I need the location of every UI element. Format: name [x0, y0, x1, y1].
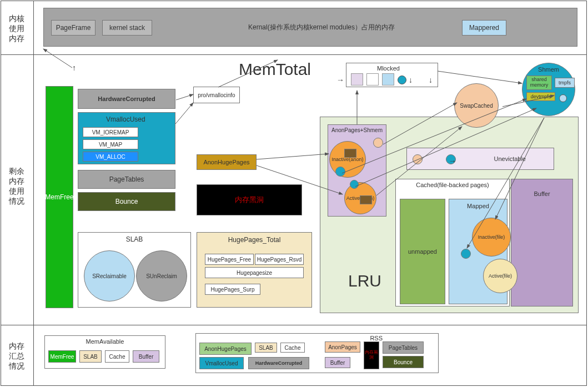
file-dot	[461, 249, 471, 259]
mappered-box: Mappered	[462, 20, 506, 36]
memavail-cache: Cache	[105, 350, 129, 363]
rss-anonpages: AnonPages	[325, 341, 360, 353]
unmapped-box: unmapped	[400, 199, 445, 304]
memavail-slab: SLAB	[79, 350, 102, 363]
anon-dot1	[373, 138, 383, 148]
memavail-title: MemAvailable	[86, 338, 124, 345]
rss-slab: SLAB	[255, 343, 277, 353]
bounce-box: Bounce	[78, 192, 175, 211]
up-arrow-icon: ↑	[72, 63, 76, 72]
hugepages-box: HugePages_Total HugePages_Free HugePages…	[197, 232, 312, 308]
anon-sq2	[360, 195, 372, 204]
vmallocused-box: VmallocUsed VM_IOREMAP VM_MAP VM_ALLOC	[78, 112, 175, 164]
divider-v	[33, 1, 34, 386]
memfree-box: MemFree	[46, 86, 73, 308]
hugepagesize: Hugepagesize	[205, 267, 304, 278]
anon-dot2	[335, 167, 345, 177]
vmallocused-label: VmallocUsed	[106, 115, 145, 123]
rss-buffer: Buffer	[325, 357, 350, 368]
row1-label: 内核 使用 内存	[4, 14, 29, 44]
inactive-file-circle: Inactive(file)	[472, 218, 511, 257]
shmem-dot	[559, 94, 567, 102]
swapcached-circle: SwapCached	[454, 83, 499, 128]
unevict-arrow-icon: →	[449, 157, 456, 165]
mlocked-arrow-icon-2: ↓	[429, 76, 433, 84]
memavail-box: MemAvailable MemFree SLAB Cache Buffer	[44, 335, 165, 369]
mlocked-sq1	[351, 73, 363, 86]
hugepages-rsvd: HugePages_Rsvd	[255, 254, 304, 265]
rss-hwcorrupt: HardwareCorrupted	[248, 357, 309, 369]
rss-title: RSS	[370, 335, 383, 341]
lru-title: LRU	[348, 272, 381, 290]
rss-blackhole: 内存黑洞	[364, 341, 379, 369]
buffer-label: Buffer	[534, 190, 550, 197]
inactive-anon-circle: Inactive(anon)	[329, 141, 366, 178]
row3-label: 内存 汇总 情况	[4, 341, 29, 371]
mlocked-sq3	[382, 73, 394, 86]
shmem-title: Shmem	[538, 66, 559, 73]
pagetables-box: PageTables	[78, 170, 175, 189]
anon-sq1	[344, 149, 356, 158]
unevictable-label: Unevictable	[494, 155, 526, 162]
unevict-dot1	[413, 154, 423, 164]
memtotal-title: MemTotal	[239, 60, 311, 79]
vm-ioremap: VM_IOREMAP	[83, 127, 138, 137]
divider-1	[1, 54, 587, 55]
blackhole-box: 内存黑洞	[197, 184, 302, 215]
mapped-label: Mapped	[467, 203, 489, 209]
cached-label: Cached(file-backed pages)	[416, 182, 489, 188]
mlocked-label: Mlocked	[377, 65, 400, 72]
rss-box: RSS AnonHugePages SLAB Cache AnonPages V…	[195, 333, 439, 373]
rss-cache: Cache	[280, 343, 305, 353]
mlocked-box: Mlocked ↓ ↓ →	[346, 63, 438, 87]
provmallocinfo-box: pro/vmallocinfo	[193, 87, 240, 103]
anon-dot3	[350, 180, 359, 189]
rss-vmalloc: VmallocUsed	[199, 357, 244, 369]
shmem-shared: shared memory	[526, 76, 552, 90]
shmem-tmpfs: tmpfs	[555, 78, 575, 88]
sunreclaim-circle: SUnReclaim	[136, 250, 187, 301]
shmem-circle: Shmem shared memory tmpfs devtmpfs	[522, 63, 575, 116]
active-file-circle: Active(file)	[483, 259, 517, 293]
divider-2	[1, 325, 587, 325]
shmem-devtmpfs: devtmpfs	[526, 92, 555, 101]
pageframe-box: PageFrame	[51, 20, 96, 36]
hardwarecorrupted-box: HardwareCorrupted	[78, 89, 175, 109]
slab-title: SLAB	[126, 235, 143, 243]
rss-anonhuge: AnonHugePages	[199, 343, 252, 355]
vm-map: VM_MAP	[83, 139, 138, 149]
hugepages-title: HugePages_Total	[228, 236, 281, 244]
hugepages-surp: HugePages_Surp	[205, 284, 260, 295]
mlocked-arrow-in-icon: →	[336, 76, 344, 84]
kernel-title: Kernal(操作系统内核kernel modules）占用的内存	[222, 23, 421, 32]
slab-box: SLAB SReclaimable SUnReclaim	[78, 232, 191, 308]
rss-bounce: Bounce	[383, 356, 424, 368]
anonhugepages-box: AnonHugePages	[197, 154, 257, 170]
memavail-buffer: Buffer	[133, 350, 159, 363]
kernelstack-box: kernel stack	[102, 20, 152, 36]
mlocked-sq2	[366, 73, 379, 86]
buffer-box: Buffer	[511, 179, 573, 306]
hugepages-free: HugePages_Free	[205, 254, 254, 265]
rss-pagetables: PageTables	[383, 341, 424, 354]
row2-label: 剩余 内存 使用 情况	[4, 167, 29, 207]
memavail-memfree: MemFree	[48, 350, 76, 363]
unevictable-box: Unevictable	[406, 148, 554, 170]
anonpages-shmem-label: AnonPages+Shmem	[328, 127, 386, 133]
mlocked-arrow-icon: ↓	[409, 76, 413, 84]
mlocked-dot	[398, 76, 406, 84]
vm-alloc: VM_ALLOC	[83, 152, 138, 162]
sreclaim-circle: SReclaimable	[84, 250, 135, 301]
